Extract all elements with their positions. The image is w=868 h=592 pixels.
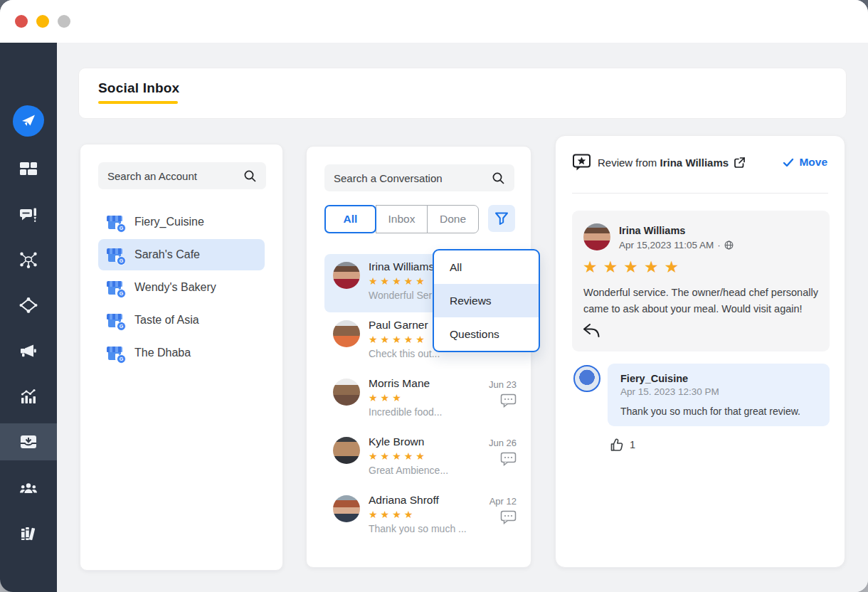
sidebar-item-library[interactable] (0, 516, 57, 553)
avatar (333, 379, 360, 406)
reply-author-name: Fiery_Cuisine (620, 373, 817, 384)
tab-all[interactable]: All (324, 205, 376, 233)
reply-likes: 1 (610, 438, 635, 452)
thumbs-up-icon[interactable] (610, 438, 624, 452)
account-name: Fiery_Cuisine (134, 216, 204, 228)
account-name: The Dhaba (134, 347, 191, 359)
external-link-icon[interactable] (734, 157, 746, 169)
conversation-item[interactable]: Adriana Shroff ★★★★ Thank you so much ..… (324, 487, 521, 546)
reply-timestamp: Apr 15. 2023 12:30 PM (620, 386, 817, 397)
dot-separator: · (717, 240, 721, 250)
review-timestamp: Apr 15,2023 11:05 AM· (619, 240, 734, 250)
comment-bubble-icon (500, 510, 517, 524)
likes-count: 1 (630, 439, 635, 450)
comment-bubble-icon (500, 452, 517, 466)
conversation-item[interactable]: Morris Mane ★★★ Incredible food... Jun 2… (324, 371, 521, 429)
conversation-preview: Thank you so much ... (369, 523, 467, 534)
filter-option-all[interactable]: All (434, 250, 539, 284)
filter-funnel-icon (494, 211, 509, 226)
sidebar-item-inbox[interactable] (0, 423, 57, 460)
analytics-icon (19, 388, 38, 406)
account-search-input[interactable] (107, 170, 238, 182)
accounts-panel: G Fiery_Cuisine G Sarah's Cafe G Wendy's… (80, 144, 283, 571)
conversation-name: Adriana Shroff (369, 494, 467, 507)
conversation-date: Apr 12 (489, 496, 517, 510)
conversation-name: Morris Mane (369, 377, 443, 390)
audience-icon (19, 480, 38, 498)
conversation-preview: Great Ambience... (369, 465, 448, 476)
sidebar-item-planner[interactable] (0, 287, 57, 324)
reply-card: Fiery_Cuisine Apr 15. 2023 12:30 PM Than… (608, 364, 830, 426)
globe-icon (724, 240, 734, 250)
minimize-button[interactable] (36, 15, 49, 28)
conversation-name: Paul Garner (369, 319, 440, 332)
search-icon (243, 169, 257, 183)
google-business-icon: G (107, 312, 125, 329)
sidebar-item-campaigns[interactable] (0, 333, 57, 370)
sidebar-item-dashboard[interactable] (0, 151, 57, 188)
network-icon (19, 251, 38, 270)
account-search (98, 162, 266, 189)
account-list-item[interactable]: G Wendy's Bakery (98, 272, 265, 303)
comment-bubble-icon (500, 393, 517, 408)
chat-compose-icon (19, 206, 38, 224)
sidebar (0, 43, 57, 592)
reply-arrow-icon (582, 322, 600, 339)
review-card: Irina Williams Apr 15,2023 11:05 AM· ★★★… (572, 211, 830, 352)
avatar (333, 262, 360, 289)
megaphone-icon (19, 342, 38, 361)
conversation-name: Irina Williams (369, 260, 434, 273)
conversation-item[interactable]: Kyle Brown ★★★★★ Great Ambience... Jun 2… (324, 429, 521, 487)
account-name: Taste of Asia (134, 314, 199, 327)
tab-done[interactable]: Done (427, 205, 479, 233)
tab-inbox[interactable]: Inbox (376, 205, 428, 233)
review-text: Wonderful service. The owner/head chef p… (583, 285, 824, 317)
review-author-name: Irina Williams (660, 157, 729, 169)
account-list-item[interactable]: G Fiery_Cuisine (98, 206, 265, 238)
conversation-tabs: AllInboxDone (324, 205, 479, 233)
google-business-icon: G (107, 213, 125, 231)
filter-button[interactable] (488, 205, 515, 232)
move-button[interactable]: Move (783, 156, 827, 169)
detail-panel: Review from Irina Williams Move Irina Wi… (555, 135, 845, 568)
sidebar-item-messages[interactable] (0, 196, 57, 233)
library-icon (19, 525, 38, 544)
dashboard-icon (19, 160, 38, 179)
conversation-preview: Wonderful Ser (369, 290, 434, 301)
account-list-item[interactable]: G Taste of Asia (98, 305, 265, 336)
conversation-search (324, 164, 514, 191)
close-button[interactable] (15, 15, 28, 28)
app-window: Social Inbox G Fiery_Cuisine G Sarah's C… (0, 0, 868, 592)
app-logo[interactable] (0, 104, 57, 138)
filter-dropdown: AllReviewsQuestions (433, 249, 540, 352)
avatar (333, 437, 360, 464)
reply-button[interactable] (582, 322, 600, 341)
sidebar-item-analytics[interactable] (0, 379, 57, 416)
reply-author-avatar (573, 365, 600, 392)
page-header: Social Inbox (78, 68, 847, 119)
avatar (333, 495, 360, 522)
google-business-icon: G (107, 246, 125, 264)
account-name: Wendy's Bakery (134, 281, 216, 294)
filter-option-reviews[interactable]: Reviews (434, 284, 539, 317)
maximize-button[interactable] (58, 15, 70, 28)
conversation-preview: Check this out... (369, 348, 440, 359)
conversation-preview: Incredible food... (369, 406, 443, 418)
star-rating: ★★★★ (369, 508, 467, 521)
detail-header: Review from Irina Williams Move (572, 152, 827, 173)
conversation-date: Jun 26 (489, 438, 517, 452)
diamond-nodes-icon (19, 297, 38, 315)
google-business-icon: G (107, 279, 125, 297)
check-icon (783, 158, 794, 167)
star-rating: ★★★★★ (369, 450, 448, 462)
search-icon (492, 171, 505, 185)
accounts-list: G Fiery_Cuisine G Sarah's Cafe G Wendy's… (98, 206, 265, 370)
sidebar-item-audience[interactable] (0, 470, 57, 507)
account-list-item[interactable]: G Sarah's Cafe (98, 239, 265, 270)
account-list-item[interactable]: G The Dhaba (98, 337, 265, 369)
filter-option-questions[interactable]: Questions (434, 317, 539, 351)
conversation-search-input[interactable] (334, 172, 486, 184)
main-content: Social Inbox G Fiery_Cuisine G Sarah's C… (57, 43, 868, 592)
review-star-rating: ★★★★★ (583, 258, 684, 277)
sidebar-item-network[interactable] (0, 242, 57, 279)
